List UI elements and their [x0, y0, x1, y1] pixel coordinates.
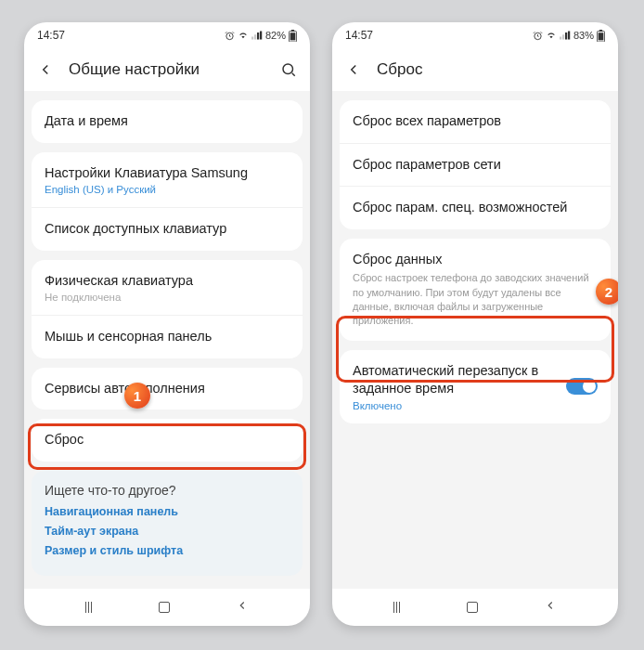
alarm-icon	[533, 31, 543, 41]
toggle-switch[interactable]	[566, 378, 598, 395]
row-date-time[interactable]: Дата и время	[32, 100, 303, 143]
phone-left: 14:57 82% Общие настройки Дата и время Н…	[24, 22, 310, 626]
row-reset-accessibility[interactable]: Сброс парам. спец. возможностей	[340, 187, 611, 229]
annotation-badge: 1	[124, 383, 150, 409]
svg-rect-11	[562, 34, 564, 39]
svg-rect-3	[257, 32, 259, 40]
status-battery: 82%	[265, 30, 286, 41]
wifi-icon	[238, 31, 249, 40]
row-reset-all[interactable]: Сброс всех параметров	[340, 100, 611, 144]
status-icons: 82%	[225, 30, 297, 42]
nav-recent-icon[interactable]	[85, 602, 93, 613]
row-label: Физическая клавиатура	[45, 272, 290, 291]
svg-rect-16	[599, 32, 604, 40]
row-label: Сброс парам. спец. возможностей	[353, 199, 598, 217]
row-samsung-keyboard[interactable]: Настройки Клавиатура Samsung English (US…	[32, 152, 303, 209]
page-title: Общие настройки	[69, 60, 265, 79]
row-text: Автоматический перезапуск в заданное вре…	[353, 362, 557, 411]
row-label: Мышь и сенсорная панель	[45, 328, 290, 346]
svg-rect-12	[565, 32, 567, 40]
group-reset-options: Сброс всех параметров Сброс параметров с…	[340, 100, 611, 229]
group-reset: Сброс	[32, 419, 303, 462]
row-autofill-services[interactable]: Сервисы автозаполнения	[32, 368, 303, 410]
header: Сброс	[332, 48, 618, 91]
search-icon[interactable]	[280, 61, 297, 78]
row-label: Настройки Клавиатура Samsung	[45, 164, 290, 183]
group-factory-reset: Сброс данных Сброс настроек телефона до …	[340, 239, 611, 341]
svg-rect-7	[290, 32, 296, 40]
nav-recent-icon[interactable]	[393, 602, 401, 613]
group-auto-restart: Автоматический перезапуск в заданное вре…	[340, 350, 611, 423]
battery-icon	[289, 30, 297, 42]
group-autofill: Сервисы автозаполнения	[32, 368, 303, 410]
nav-home-icon[interactable]	[159, 602, 170, 613]
row-sublabel: Не подключена	[45, 292, 290, 303]
footer-suggestions: Ищете что-то другое? Навигационная панел…	[32, 471, 303, 576]
battery-icon	[597, 30, 605, 42]
status-time: 14:57	[345, 29, 373, 42]
row-keyboard-list[interactable]: Список доступных клавиатур	[32, 208, 303, 251]
row-label: Сброс	[45, 431, 290, 449]
nav-home-icon[interactable]	[467, 602, 478, 613]
nav-back-icon[interactable]	[236, 599, 249, 616]
svg-point-8	[283, 64, 293, 74]
row-sublabel: Включено	[353, 400, 557, 411]
link-font-size[interactable]: Размер и стиль шрифта	[45, 544, 290, 557]
wifi-icon	[546, 31, 557, 40]
link-screen-timeout[interactable]: Тайм-аут экрана	[45, 525, 290, 538]
row-auto-restart[interactable]: Автоматический перезапуск в заданное вре…	[340, 350, 611, 423]
row-reset-network[interactable]: Сброс параметров сети	[340, 144, 611, 188]
svg-rect-13	[568, 32, 570, 40]
nav-bar	[332, 589, 618, 626]
footer-title: Ищете что-то другое?	[45, 483, 290, 498]
row-physical-keyboard[interactable]: Физическая клавиатура Не подключена	[32, 260, 303, 317]
status-bar: 14:57 82%	[24, 22, 310, 48]
svg-rect-2	[254, 34, 256, 39]
status-icons: 83%	[533, 30, 605, 42]
group-input-devices: Физическая клавиатура Не подключена Мышь…	[32, 260, 303, 358]
back-icon[interactable]	[37, 61, 54, 78]
row-factory-reset[interactable]: Сброс данных Сброс настроек телефона до …	[340, 239, 611, 341]
header: Общие настройки	[24, 48, 310, 91]
row-label: Сброс всех параметров	[353, 112, 598, 131]
back-icon[interactable]	[345, 61, 362, 78]
settings-list: Сброс всех параметров Сброс параметров с…	[332, 91, 618, 589]
link-navigation-bar[interactable]: Навигационная панель	[45, 505, 290, 518]
row-label: Сброс параметров сети	[353, 156, 598, 175]
row-description: Сброс настроек телефона до заводских зна…	[353, 271, 598, 329]
status-battery: 83%	[573, 30, 594, 41]
svg-rect-10	[560, 37, 561, 40]
annotation-badge: 2	[596, 279, 618, 305]
phone-right: 14:57 83% Сброс Сброс всех параметров Сб…	[332, 22, 618, 626]
page-title: Сброс	[377, 60, 605, 79]
row-reset[interactable]: Сброс	[32, 419, 303, 462]
row-label: Список доступных клавиатур	[45, 220, 290, 239]
row-label: Дата и время	[45, 112, 290, 131]
row-label: Сброс данных	[353, 251, 598, 269]
nav-back-icon[interactable]	[544, 599, 557, 616]
row-label: Автоматический перезапуск в заданное вре…	[353, 362, 557, 398]
group-datetime: Дата и время	[32, 100, 303, 143]
status-bar: 14:57 83%	[332, 22, 618, 48]
status-time: 14:57	[37, 29, 65, 42]
svg-rect-4	[260, 32, 262, 40]
nav-bar	[24, 589, 310, 626]
row-label: Сервисы автозаполнения	[45, 380, 290, 398]
row-sublabel: English (US) и Русский	[45, 184, 290, 195]
signal-icon	[251, 31, 263, 40]
signal-icon	[560, 31, 571, 40]
group-keyboard: Настройки Клавиатура Samsung English (US…	[32, 152, 303, 251]
row-mouse-touchpad[interactable]: Мышь и сенсорная панель	[32, 316, 303, 358]
alarm-icon	[225, 31, 235, 41]
svg-rect-1	[251, 37, 253, 40]
settings-list: Дата и время Настройки Клавиатура Samsun…	[24, 91, 310, 589]
